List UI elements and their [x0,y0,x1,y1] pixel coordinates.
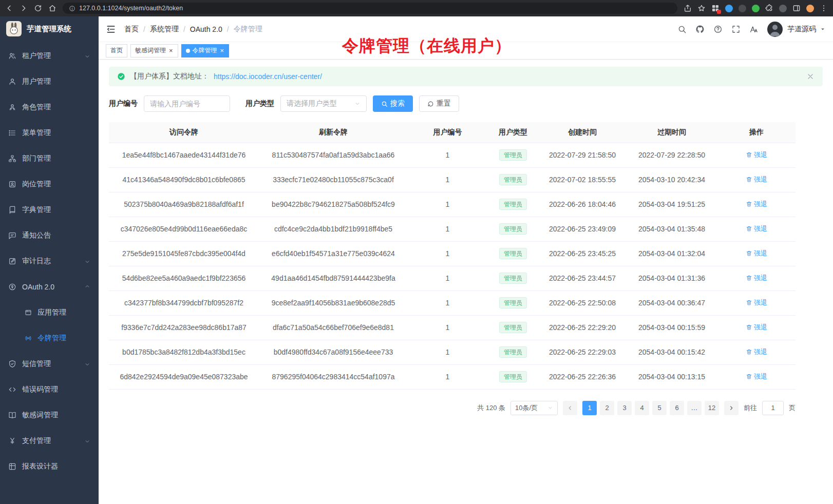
success-check-icon [117,72,125,81]
profile-avatar[interactable] [806,5,814,12]
goto-page-input[interactable] [762,401,784,415]
page-size-select[interactable]: 10条/页 [510,401,558,415]
sidebar-item-7[interactable]: 通知公告 [0,223,99,248]
alert-close-icon[interactable] [806,72,815,81]
sidebar-item-10[interactable]: 短信管理 [0,351,99,377]
extension-badge [717,10,721,14]
page-button[interactable]: 3 [617,401,632,415]
extension-gray-icon[interactable] [779,5,787,12]
app-logo[interactable]: 芋道管理系统 [0,16,99,41]
access-token-cell: b0d1785bc3a8482f812db4a3f3bd15ec [109,340,259,364]
browser-actions [684,4,828,12]
force-logout-button[interactable]: 强退 [746,323,767,332]
created-cell: 2022-06-25 23:45:25 [539,241,626,266]
access-token-cell: f9336e7c7dd242a283ee98dc86b17a87 [109,315,259,340]
address-bar[interactable]: 127.0.0.1:1024/system/oauth2/token [63,3,677,14]
sidebar-item-label: 敏感词管理 [22,411,58,420]
trash-icon [746,176,752,183]
user-type-select[interactable]: 请选择用户类型 [280,95,367,112]
force-logout-button[interactable]: 强退 [746,372,767,381]
page-button[interactable]: 5 [652,401,667,415]
created-cell: 2022-06-25 22:26:36 [539,364,626,389]
force-logout-button[interactable]: 强退 [746,249,767,258]
user-type-badge: 管理员 [499,346,527,358]
force-logout-button[interactable]: 强退 [746,200,767,209]
page-button[interactable]: 4 [635,401,649,415]
chevron-right-icon [728,405,734,411]
sidebar-subitem-9-0[interactable]: 应用管理 [0,300,99,325]
share-icon[interactable] [684,4,692,12]
page-button[interactable]: … [687,401,702,415]
access-token-cell: c342377bf8b344799dcbf7bf095287f2 [109,290,259,315]
page-button[interactable]: 1 [582,401,597,415]
sidebar-item-13[interactable]: 支付管理 [0,428,99,454]
sidebar-item-5[interactable]: 岗位管理 [0,171,99,197]
home-icon[interactable] [48,4,56,12]
question-icon[interactable] [713,25,723,34]
puzzle-icon[interactable] [765,4,773,12]
sidebar-item-9[interactable]: OAuth 2.0 [0,274,99,300]
tab-close-icon[interactable]: × [220,47,225,54]
fullscreen-icon[interactable] [731,25,741,34]
sidebar-item-8[interactable]: 审计日志 [0,248,99,274]
breadcrumb-item[interactable]: 首页 [124,25,139,34]
user-id-cell: 1 [408,143,487,167]
tab-2[interactable]: 令牌管理× [181,44,230,57]
next-page-button[interactable] [724,401,739,415]
side-panel-icon[interactable] [792,4,801,12]
sidebar-item-4[interactable]: 部门管理 [0,146,99,171]
browser-menu-icon[interactable] [820,4,828,12]
page-button[interactable]: 2 [600,401,614,415]
tab-close-icon[interactable]: × [168,47,174,54]
sidebar-item-label: 审计日志 [22,257,51,266]
expires-cell: 2054-03-04 00:13:15 [626,364,717,389]
search-button[interactable]: 搜索 [373,95,413,112]
tab-0[interactable]: 首页 [106,44,127,57]
refresh-token-cell: be90422b8c7946218275a508bf524fc9 [259,192,408,217]
breadcrumb-item[interactable]: 系统管理 [150,25,179,34]
force-logout-button[interactable]: 强退 [746,224,767,234]
user-menu-caret-icon[interactable] [820,26,826,32]
extensions-icon[interactable] [711,4,720,12]
user-avatar[interactable] [767,22,783,37]
sidebar-item-2[interactable]: 角色管理 [0,94,99,120]
force-logout-button[interactable]: 强退 [746,347,767,357]
tab-1[interactable]: 敏感词管理× [130,44,178,57]
sidebar-item-6[interactable]: 字典管理 [0,197,99,223]
reset-button[interactable]: 重置 [419,95,459,112]
site-info-icon[interactable] [69,5,75,12]
sidebar-item-12[interactable]: 敏感词管理 [0,402,99,428]
sidebar-item-1[interactable]: 用户管理 [0,69,99,94]
search-icon[interactable] [677,25,687,34]
fontsize-icon[interactable] [749,25,759,34]
force-logout-button[interactable]: 强退 [746,274,767,283]
force-logout-button[interactable]: 强退 [746,150,767,160]
page-content: 【用户体系】文档地址： https://doc.iocoder.cn/user-… [99,60,833,504]
sidebar-item-3[interactable]: 菜单管理 [0,120,99,146]
annotation-text: 令牌管理（在线用户） [342,35,512,57]
force-logout-button[interactable]: 强退 [746,175,767,184]
extension-dark-icon[interactable] [739,5,746,12]
bookmark-star-icon[interactable] [697,4,706,12]
sidebar-item-11[interactable]: 错误码管理 [0,377,99,402]
page-button[interactable]: 6 [670,401,684,415]
sidebar-item-0[interactable]: 租户管理 [0,43,99,69]
username-label[interactable]: 芋道源码 [787,25,816,34]
sidebar-subitem-9-1[interactable]: 令牌管理 [0,325,99,351]
force-logout-button[interactable]: 强退 [746,298,767,307]
breadcrumb-item[interactable]: OAuth 2.0 [190,25,222,33]
expires-cell: 2054-03-04 00:15:59 [626,315,717,340]
extension-blue-icon[interactable] [725,5,733,12]
extension-green-icon[interactable] [752,5,760,12]
prev-page-button[interactable] [563,401,577,415]
forward-icon[interactable] [20,4,28,12]
sidebar-item-14[interactable]: 报表设计器 [0,454,99,479]
github-icon[interactable] [695,25,705,34]
oauth-icon [8,283,16,291]
collapse-sidebar-icon[interactable] [106,24,116,34]
user-id-input[interactable] [144,95,230,112]
back-icon[interactable] [5,4,13,12]
alert-doc-link[interactable]: https://doc.iocoder.cn/user-center/ [214,72,322,81]
page-button[interactable]: 12 [705,401,719,415]
reload-icon[interactable] [34,4,42,12]
